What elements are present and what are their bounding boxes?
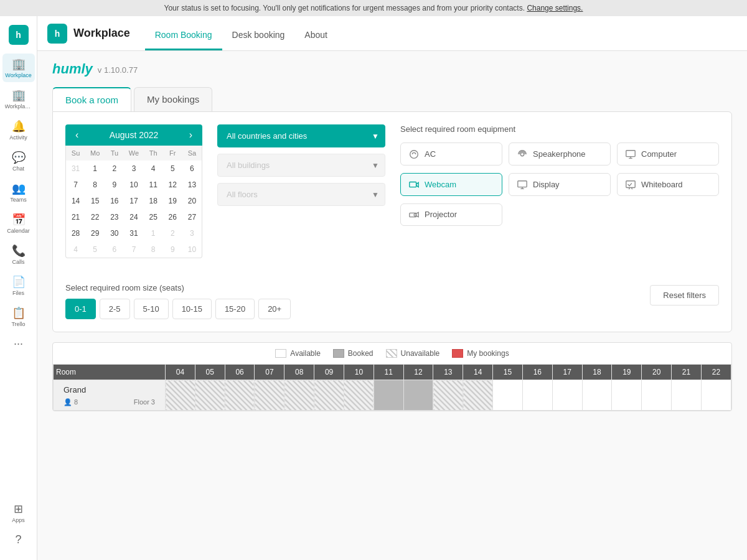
- calendar-day[interactable]: 1: [85, 161, 105, 177]
- location-select[interactable]: All countries and cities: [217, 124, 385, 147]
- calendar-day[interactable]: 1: [144, 225, 163, 241]
- timeline-cell[interactable]: [166, 380, 195, 411]
- size-btn-0-1[interactable]: 0-1: [65, 299, 96, 319]
- calendar-day[interactable]: 2: [163, 225, 182, 241]
- size-btn-10-15[interactable]: 10-15: [172, 299, 212, 319]
- timeline-cell[interactable]: [642, 380, 672, 411]
- timeline-cell[interactable]: [255, 380, 284, 411]
- calendar-day[interactable]: 27: [182, 209, 202, 225]
- sidebar-item-trello[interactable]: 📋 Trello: [2, 302, 35, 331]
- sidebar-item-chat[interactable]: 💬 Chat: [2, 147, 35, 175]
- tab-my-bookings[interactable]: My bookings: [134, 87, 212, 111]
- calendar-day-today[interactable]: 25: [144, 209, 163, 225]
- sidebar-item-apps[interactable]: ⊞ Apps: [2, 498, 35, 527]
- equipment-computer[interactable]: Computer: [617, 142, 719, 166]
- calendar-day[interactable]: 31: [66, 161, 85, 177]
- timeline-cell[interactable]: [552, 380, 582, 411]
- calendar-day[interactable]: 22: [85, 209, 105, 225]
- tab-about[interactable]: About: [294, 16, 337, 50]
- reset-filters-button[interactable]: Reset filters: [650, 285, 719, 306]
- timeline-cell[interactable]: [344, 380, 374, 411]
- change-settings-link[interactable]: Change settings.: [527, 4, 583, 12]
- calendar-day[interactable]: 11: [144, 177, 163, 193]
- calendar-day[interactable]: 4: [144, 161, 163, 177]
- calendar-day[interactable]: 30: [105, 225, 124, 241]
- sidebar-item-files[interactable]: 📄 Files: [2, 271, 35, 300]
- calendar-day[interactable]: 3: [182, 225, 202, 241]
- timeline-cell[interactable]: [493, 380, 523, 411]
- calendar-day[interactable]: 2: [105, 161, 124, 177]
- floors-filter[interactable]: All floors ▼: [217, 183, 385, 206]
- tab-book-a-room[interactable]: Book a room: [52, 87, 131, 111]
- calendar-day[interactable]: 10: [182, 241, 202, 258]
- calendar-day[interactable]: 4: [66, 241, 85, 258]
- timeline-cell[interactable]: [612, 380, 642, 411]
- calendar-day[interactable]: 24: [124, 209, 143, 225]
- equipment-speakerphone[interactable]: Speakerphone: [509, 142, 611, 166]
- equipment-ac[interactable]: AC: [400, 142, 502, 166]
- tab-desk-booking[interactable]: Desk booking: [222, 16, 295, 50]
- timeline-cell[interactable]: [374, 380, 403, 411]
- calendar-prev-button[interactable]: ‹: [73, 129, 81, 141]
- sidebar-item-calls[interactable]: 📞 Calls: [2, 240, 35, 269]
- sidebar-item-calendar[interactable]: 📅 Calendar: [2, 209, 35, 238]
- calendar-day[interactable]: 3: [124, 161, 143, 177]
- floors-select[interactable]: All floors: [217, 183, 385, 206]
- calendar-day[interactable]: 29: [85, 225, 105, 241]
- size-btn-15-20[interactable]: 15-20: [215, 299, 255, 319]
- calendar-day[interactable]: 7: [66, 177, 85, 193]
- calendar-next-button[interactable]: ›: [187, 129, 195, 141]
- timeline-cell[interactable]: [314, 380, 344, 411]
- sidebar-item-workplace[interactable]: 🏢 Workplace: [2, 54, 35, 82]
- buildings-select[interactable]: All buildings: [217, 154, 385, 177]
- sidebar-item-help[interactable]: ?: [2, 530, 35, 550]
- timeline-cell[interactable]: [225, 380, 255, 411]
- timeline-cell[interactable]: [403, 380, 433, 411]
- size-btn-20plus[interactable]: 20+: [258, 299, 291, 319]
- sidebar-item-teams[interactable]: 👥 Teams: [2, 178, 35, 207]
- calendar-day[interactable]: 16: [105, 193, 124, 209]
- size-btn-5-10[interactable]: 5-10: [134, 299, 169, 319]
- timeline-cell[interactable]: [582, 380, 612, 411]
- calendar-day[interactable]: 6: [105, 241, 124, 258]
- calendar-day[interactable]: 7: [124, 241, 143, 258]
- calendar-day[interactable]: 18: [144, 193, 163, 209]
- calendar-day[interactable]: 20: [182, 193, 202, 209]
- location-filter[interactable]: All countries and cities ▼: [217, 124, 385, 147]
- sidebar-item-workplace2[interactable]: 🏢 Workplac...: [2, 85, 35, 113]
- calendar-day[interactable]: 19: [163, 193, 182, 209]
- calendar-day[interactable]: 5: [163, 161, 182, 177]
- calendar-day[interactable]: 10: [124, 177, 143, 193]
- sidebar-item-more[interactable]: ···: [2, 334, 35, 354]
- calendar-day[interactable]: 5: [85, 241, 105, 258]
- calendar-day[interactable]: 9: [105, 177, 124, 193]
- calendar-day[interactable]: 13: [182, 177, 202, 193]
- equipment-display[interactable]: Display: [509, 173, 611, 196]
- calendar-day[interactable]: 14: [66, 193, 85, 209]
- timeline-cell[interactable]: [672, 380, 702, 411]
- equipment-whiteboard[interactable]: Whiteboard: [617, 173, 719, 196]
- calendar-day[interactable]: 31: [124, 225, 143, 241]
- timeline-cell[interactable]: [433, 380, 463, 411]
- timeline-cell[interactable]: [522, 380, 552, 411]
- timeline-cell[interactable]: [701, 380, 731, 411]
- timeline-cell[interactable]: [195, 380, 225, 411]
- tab-room-booking[interactable]: Room Booking: [145, 16, 222, 50]
- calendar-day[interactable]: 6: [182, 161, 202, 177]
- equipment-webcam[interactable]: Webcam: [400, 173, 502, 196]
- calendar-day[interactable]: 8: [85, 177, 105, 193]
- calendar-day[interactable]: 12: [163, 177, 182, 193]
- calendar-day[interactable]: 28: [66, 225, 85, 241]
- calendar-day[interactable]: 8: [144, 241, 163, 258]
- calendar-day[interactable]: 26: [163, 209, 182, 225]
- calendar-day[interactable]: 23: [105, 209, 124, 225]
- buildings-filter[interactable]: All buildings ▼: [217, 154, 385, 177]
- size-btn-2-5[interactable]: 2-5: [100, 299, 130, 319]
- calendar-day[interactable]: 21: [66, 209, 85, 225]
- calendar-day[interactable]: 9: [163, 241, 182, 258]
- equipment-projector[interactable]: Projector: [400, 203, 502, 226]
- calendar-day[interactable]: 15: [85, 193, 105, 209]
- timeline-cell[interactable]: [463, 380, 493, 411]
- sidebar-item-activity[interactable]: 🔔 Activity: [2, 116, 35, 144]
- calendar-day[interactable]: 17: [124, 193, 143, 209]
